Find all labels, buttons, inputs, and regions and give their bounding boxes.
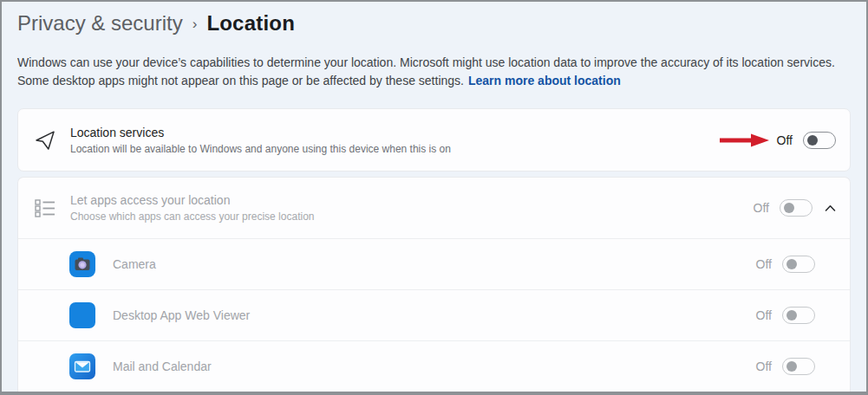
desktop-app-web-viewer-toggle: [782, 307, 815, 324]
chevron-up-icon[interactable]: [825, 204, 836, 212]
app-row-desktop-app-web-viewer: Desktop App Web Viewer Off: [18, 290, 850, 340]
description-line-2: Some desktop apps might not appear on th…: [17, 74, 464, 87]
let-apps-title: Let apps access your location: [70, 193, 314, 207]
page-description: Windows can use your device’s capabiliti…: [17, 54, 851, 90]
breadcrumb-privacy-security[interactable]: Privacy & security: [17, 11, 183, 36]
let-apps-toggle: [780, 199, 813, 217]
envelope-app-icon: [69, 353, 95, 379]
app-list-icon: [34, 197, 56, 219]
page-title: Location: [206, 11, 295, 36]
toggle-knob: [807, 135, 818, 146]
let-apps-access-row: Let apps access your location Choose whi…: [18, 178, 850, 238]
app-label: Camera: [113, 257, 156, 271]
let-apps-card: Let apps access your location Choose whi…: [17, 177, 851, 392]
mail-and-calendar-toggle-state: Off: [756, 359, 772, 373]
red-arrow-annotation: [718, 133, 770, 148]
location-services-row: Location services Location will be avail…: [17, 108, 851, 172]
camera-app-icon: [69, 251, 95, 277]
location-services-subtitle: Location will be available to Windows an…: [70, 143, 451, 155]
settings-window: Privacy & security › Location Windows ca…: [0, 0, 868, 395]
app-label: Mail and Calendar: [113, 359, 212, 373]
let-apps-toggle-state: Off: [754, 201, 769, 215]
desktop-app-web-viewer-toggle-state: Off: [756, 308, 772, 322]
blue-square-app-icon: [69, 302, 95, 328]
toggle-knob: [786, 310, 797, 321]
toggle-knob: [786, 259, 797, 269]
let-apps-subtitle: Choose which apps can access your precis…: [70, 210, 314, 223]
toggle-knob: [786, 361, 797, 372]
app-row-mail-and-calendar: Mail and Calendar Off: [18, 341, 850, 392]
description-line-1: Windows can use your device’s capabiliti…: [17, 54, 851, 72]
location-services-toggle-state: Off: [777, 133, 793, 147]
location-arrow-icon: [34, 129, 56, 152]
app-label: Desktop App Web Viewer: [113, 308, 250, 322]
breadcrumb-chevron-icon: ›: [193, 16, 198, 33]
location-services-title: Location services: [70, 126, 451, 139]
learn-more-link[interactable]: Learn more about location: [468, 74, 621, 87]
breadcrumb: Privacy & security › Location: [17, 11, 851, 36]
toggle-knob: [784, 203, 794, 213]
location-services-toggle[interactable]: [803, 132, 836, 149]
app-row-camera: Camera Off: [18, 239, 850, 289]
camera-toggle: [782, 256, 815, 273]
mail-and-calendar-toggle: [782, 358, 815, 375]
camera-toggle-state: Off: [756, 257, 772, 271]
